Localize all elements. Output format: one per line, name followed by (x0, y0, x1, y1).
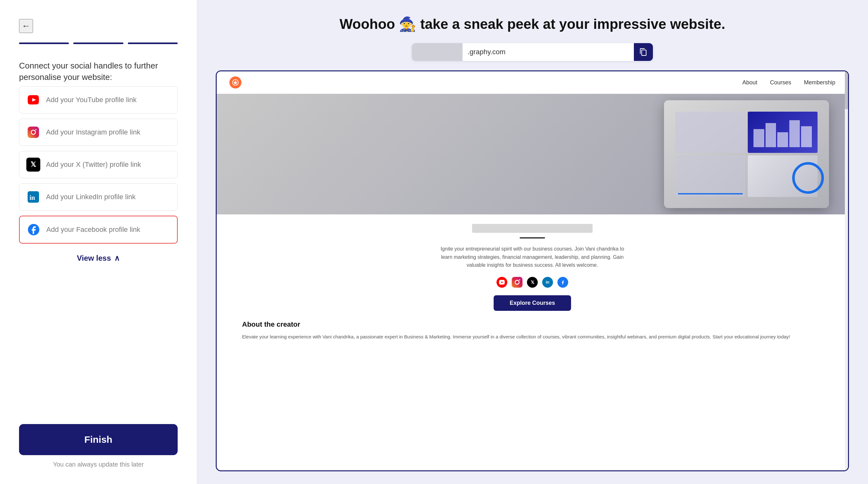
twitter-input[interactable] (46, 160, 170, 169)
twitter-icon: 𝕏 (26, 158, 40, 171)
svg-point-9 (519, 279, 520, 280)
preview-about-title: About the creator (242, 320, 823, 329)
preview-instagram-icon (512, 277, 523, 288)
preview-nav-links: About Courses Membership (742, 79, 835, 86)
back-arrow-icon: ← (22, 21, 30, 31)
copy-url-button[interactable] (634, 43, 653, 61)
left-panel: ← Connect your social handles to further… (0, 0, 197, 484)
scrollbar-track (845, 71, 848, 471)
progress-bar-3 (128, 42, 178, 44)
right-panel: Woohoo 🧙 take a sneak peek at your impre… (197, 0, 868, 484)
laptop-screen (672, 108, 821, 200)
preview-description: Ignite your entrepreneurial spirit with … (440, 245, 624, 269)
preview-social-icons: 𝕏 in (496, 277, 568, 288)
instagram-input-row[interactable] (19, 119, 178, 146)
nav-about: About (742, 79, 757, 86)
preview-hero-image (217, 94, 848, 215)
instagram-input[interactable] (46, 128, 170, 136)
facebook-input-row[interactable] (19, 216, 178, 244)
facebook-icon (27, 223, 41, 236)
website-preview: About Courses Membership (216, 70, 849, 471)
sneak-peek-title: Woohoo 🧙 take a sneak peek at your impre… (339, 16, 725, 32)
view-less-label: View less (77, 254, 111, 263)
preview-twitter-icon: 𝕏 (527, 277, 538, 288)
svg-point-2 (35, 129, 36, 130)
linkedin-input-row[interactable]: in (19, 183, 178, 211)
svg-text:in: in (30, 194, 35, 201)
preview-title-underline (520, 237, 545, 238)
finish-button[interactable]: Finish (19, 424, 178, 455)
nav-membership: Membership (804, 79, 835, 86)
instagram-icon (26, 125, 40, 139)
scrollbar-thumb[interactable] (845, 71, 848, 109)
facebook-input[interactable] (46, 226, 170, 234)
social-section: Connect your social handles to further p… (19, 60, 178, 424)
laptop-cell-3 (675, 155, 745, 197)
preview-laptop (664, 100, 829, 208)
preview-cta-button: Explore Courses (494, 295, 571, 311)
preview-nav: About Courses Membership (217, 71, 848, 94)
chevron-up-icon: ∧ (114, 254, 120, 263)
laptop-cell-4 (748, 155, 817, 197)
preview-nav-logo (229, 76, 241, 89)
progress-bar-1 (19, 42, 69, 44)
nav-courses: Courses (770, 79, 791, 86)
back-button[interactable]: ← (19, 19, 33, 33)
view-less-button[interactable]: View less ∧ (19, 249, 178, 268)
preview-facebook-icon (557, 277, 568, 288)
update-note: You can always update this later (19, 461, 178, 468)
copy-icon (639, 48, 648, 56)
preview-about-section: About the creator Elevate your learning … (236, 320, 829, 341)
laptop-cell-1 (675, 111, 745, 153)
progress-bars (19, 42, 178, 44)
finish-label: Finish (84, 434, 112, 445)
preview-content-area: Ignite your entrepreneurial spirit with … (217, 215, 848, 350)
progress-bar-2 (73, 42, 123, 44)
youtube-input[interactable] (46, 96, 170, 104)
linkedin-icon: in (26, 190, 40, 204)
youtube-input-row[interactable] (19, 86, 178, 114)
url-domain-placeholder (412, 43, 463, 61)
svg-rect-0 (28, 127, 39, 138)
preview-youtube-icon (496, 277, 507, 288)
url-bar: .graphy.com (412, 43, 653, 61)
twitter-input-row[interactable]: 𝕏 (19, 151, 178, 178)
linkedin-input[interactable] (46, 193, 170, 201)
preview-linkedin-icon: in (542, 277, 553, 288)
preview-about-text: Elevate your learning experience with Va… (242, 333, 823, 341)
svg-rect-7 (512, 277, 523, 288)
circle-indicator (792, 162, 824, 194)
laptop-cell-2 (748, 111, 817, 153)
preview-title-placeholder (472, 224, 593, 233)
youtube-icon (26, 93, 40, 107)
section-subtitle: Connect your social handles to further p… (19, 60, 178, 83)
url-text: .graphy.com (463, 48, 634, 56)
